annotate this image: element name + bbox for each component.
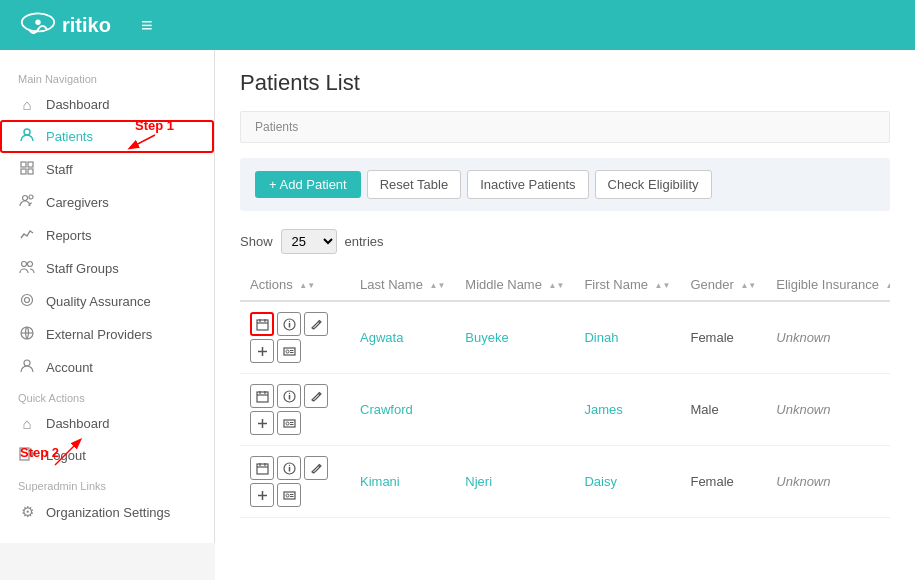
row-actions — [240, 301, 350, 374]
sidebar-item-quality-assurance[interactable]: Quality Assurance — [0, 285, 214, 318]
main-layout: Main Navigation ⌂ Dashboard Patients — [0, 50, 915, 580]
id-card-icon[interactable] — [277, 483, 301, 507]
sort-gender[interactable]: ▲▼ — [740, 281, 756, 290]
svg-rect-5 — [21, 169, 26, 174]
edit-icon[interactable] — [304, 384, 328, 408]
caregivers-icon — [18, 193, 36, 212]
sort-actions[interactable]: ▲▼ — [299, 281, 315, 290]
insurance-value: Unknown — [776, 402, 830, 417]
gender-cell: Female — [680, 301, 766, 374]
show-label: Show — [240, 234, 273, 249]
first-name-link[interactable]: Daisy — [584, 474, 617, 489]
patients-table: Actions ▲▼ Last Name ▲▼ Middle Name ▲▼ — [240, 269, 890, 518]
sidebar-item-label: Logout — [46, 448, 86, 463]
svg-rect-32 — [257, 392, 268, 402]
svg-point-8 — [29, 195, 33, 199]
sidebar-item-label: Caregivers — [46, 195, 109, 210]
sidebar-item-caregivers[interactable]: Caregivers — [0, 186, 214, 219]
calendar-icon[interactable] — [250, 384, 274, 408]
gender-cell: Male — [680, 374, 766, 446]
last-name-link[interactable]: Kimani — [360, 474, 400, 489]
first-name-cell: Daisy — [574, 446, 680, 518]
edit-icon[interactable] — [304, 312, 328, 336]
insurance-cell: Unknown — [766, 446, 890, 518]
svg-point-9 — [22, 262, 27, 267]
col-actions: Actions ▲▼ — [240, 269, 350, 301]
logo-icon — [20, 11, 56, 39]
sort-middle-name[interactable]: ▲▼ — [549, 281, 565, 290]
sidebar-item-staff[interactable]: Staff — [0, 153, 214, 186]
sidebar-item-reports[interactable]: Reports — [0, 219, 214, 252]
action-icons-group — [250, 456, 340, 507]
edit-icon[interactable] — [304, 456, 328, 480]
row-actions — [240, 374, 350, 446]
sidebar-item-dashboard[interactable]: ⌂ Dashboard — [0, 89, 214, 120]
middle-name-cell: Buyeke — [455, 301, 574, 374]
info-icon[interactable] — [277, 456, 301, 480]
calendar-icon[interactable] — [250, 456, 274, 480]
superadmin-title: Superadmin Links — [0, 472, 214, 496]
add-icon[interactable] — [250, 411, 274, 435]
info-icon[interactable] — [277, 312, 301, 336]
insurance-value: Unknown — [776, 474, 830, 489]
middle-name-link[interactable]: Buyeke — [465, 330, 508, 345]
calendar-icon[interactable] — [250, 312, 274, 336]
add-icon[interactable] — [250, 339, 274, 363]
sort-first-name[interactable]: ▲▼ — [655, 281, 671, 290]
table-row: Kimani Njeri Daisy Female Unknown — [240, 446, 890, 518]
breadcrumb: Patients — [240, 111, 890, 143]
sidebar-item-org-settings[interactable]: ⚙ Organization Settings — [0, 496, 214, 528]
info-icon[interactable] — [277, 384, 301, 408]
first-name-link[interactable]: James — [584, 402, 622, 417]
id-card-icon[interactable] — [277, 339, 301, 363]
first-name-link[interactable]: Dinah — [584, 330, 618, 345]
svg-point-12 — [25, 298, 30, 303]
middle-name-link[interactable]: Njeri — [465, 474, 492, 489]
reset-table-button[interactable]: Reset Table — [367, 170, 461, 199]
svg-rect-45 — [257, 464, 268, 474]
svg-rect-15 — [20, 448, 29, 460]
last-name-cell: Crawford — [350, 374, 455, 446]
col-eligible-insurance: Eligible Insurance ▲▼ — [766, 269, 890, 301]
hamburger-button[interactable]: ≡ — [141, 14, 153, 37]
first-name-cell: James — [574, 374, 680, 446]
table-row: Agwata Buyeke Dinah Female Unknown — [240, 301, 890, 374]
col-gender: Gender ▲▼ — [680, 269, 766, 301]
check-eligibility-button[interactable]: Check Eligibility — [595, 170, 712, 199]
inactive-patients-button[interactable]: Inactive Patients — [467, 170, 588, 199]
sidebar-item-patients[interactable]: Patients — [0, 120, 214, 153]
sidebar-item-label: Staff — [46, 162, 73, 177]
header: ritiko ≡ — [0, 0, 915, 50]
svg-point-42 — [286, 422, 289, 425]
sidebar-item-account[interactable]: Account — [0, 351, 214, 384]
gender-cell: Female — [680, 446, 766, 518]
sidebar-item-logout[interactable]: Logout — [0, 439, 214, 472]
col-middle-name: Middle Name ▲▼ — [455, 269, 574, 301]
entries-select[interactable]: 25 10 50 100 — [281, 229, 337, 254]
entries-label: entries — [345, 234, 384, 249]
sort-eligible-insurance[interactable]: ▲▼ — [886, 281, 890, 290]
sidebar-item-staff-groups[interactable]: Staff Groups — [0, 252, 214, 285]
svg-rect-19 — [257, 320, 268, 330]
external-providers-icon — [18, 325, 36, 344]
svg-point-11 — [22, 295, 33, 306]
account-icon — [18, 358, 36, 377]
content-area: Patients List Patients + Add Patient Res… — [215, 50, 915, 580]
sidebar-item-label: Patients — [46, 129, 93, 144]
last-name-link[interactable]: Crawford — [360, 402, 413, 417]
sidebar-item-qa-dashboard[interactable]: ⌂ Dashboard — [0, 408, 214, 439]
action-icons-group — [250, 312, 340, 363]
svg-point-38 — [288, 392, 289, 393]
id-card-icon[interactable] — [277, 411, 301, 435]
page-title: Patients List — [240, 70, 890, 96]
col-last-name: Last Name ▲▼ — [350, 269, 455, 301]
table-row: Crawford James Male Unknown — [240, 374, 890, 446]
last-name-link[interactable]: Agwata — [360, 330, 403, 345]
add-icon[interactable] — [250, 483, 274, 507]
sidebar-item-external-providers[interactable]: External Providers — [0, 318, 214, 351]
svg-point-25 — [288, 320, 289, 321]
svg-rect-3 — [21, 162, 26, 167]
add-patient-button[interactable]: + Add Patient — [255, 171, 361, 198]
sort-last-name[interactable]: ▲▼ — [430, 281, 446, 290]
action-icons-group — [250, 384, 340, 435]
